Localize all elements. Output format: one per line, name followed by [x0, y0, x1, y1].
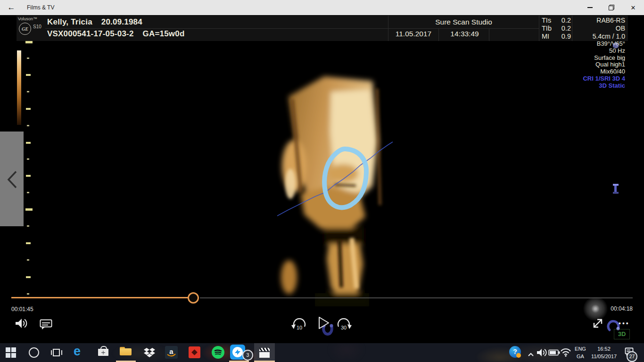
ultrasound-render: [259, 66, 405, 309]
more-options-button[interactable]: •••: [619, 320, 630, 327]
volume-icon: [15, 318, 28, 330]
exam-line: VSX000541-17-05-03-2 GA=15w0d: [47, 29, 185, 39]
tray-battery-button[interactable]: [548, 349, 561, 358]
play-icon: [315, 315, 331, 331]
messenger-badge: 3: [242, 350, 253, 361]
facility-name: Sure Scan Studio: [388, 18, 539, 26]
red-app-icon[interactable]: [189, 346, 200, 358]
tray-volume-button[interactable]: [537, 348, 548, 359]
amazon-icon[interactable]: a: [165, 346, 178, 359]
patient-dob: 20.09.1984: [101, 17, 142, 26]
back-button[interactable]: ←: [2, 0, 21, 15]
seekbar-handle[interactable]: [188, 292, 199, 304]
application-mode: OB: [542, 25, 625, 33]
skip-back-icon: 10: [291, 315, 307, 332]
clock-time: 16:52: [586, 345, 621, 353]
clock[interactable]: 16:52 11/05/2017: [586, 345, 621, 360]
restore-button[interactable]: [601, 0, 622, 15]
patient-line: Kelly, Tricia 20.09.1984: [47, 17, 142, 27]
ibeam-cursor-icon: [612, 184, 619, 194]
exam-time: 14:33:49: [440, 30, 489, 38]
taskbar: e a 3: [0, 343, 644, 362]
dropbox-button[interactable]: [143, 347, 156, 360]
skip-forward-icon: 30: [336, 315, 352, 332]
dropbox-icon: [143, 347, 156, 358]
cube-icon: [611, 41, 620, 50]
app-titlebar: ← Films & TV ✕: [0, 0, 644, 15]
total-duration: 00:04:18: [585, 305, 633, 312]
clock-date: 11/05/2017: [586, 353, 621, 360]
edge-icon[interactable]: e: [74, 344, 81, 359]
films-tv-icon: [259, 348, 270, 351]
start-button[interactable]: [6, 347, 16, 360]
messenger-bolt-icon: [232, 347, 243, 357]
previous-overlay-panel[interactable]: [0, 132, 24, 226]
spotify-icon[interactable]: [212, 346, 224, 359]
depth-frequency: 5.4cm / 1.0: [542, 33, 625, 41]
play-button[interactable]: [315, 315, 331, 333]
seekbar-track[interactable]: [200, 297, 633, 298]
system-model: S10: [33, 24, 41, 29]
gestational-age: GA=15w0d: [143, 29, 185, 38]
minimize-button[interactable]: [579, 0, 601, 15]
help-badge: [516, 353, 521, 358]
chevron-up-icon: [528, 352, 534, 357]
skip-back-button[interactable]: 10: [291, 315, 307, 334]
fullscreen-icon: [591, 317, 604, 330]
task-view-icon: [51, 348, 62, 357]
subtitles-icon: [40, 319, 53, 330]
svg-text:10: 10: [297, 325, 302, 330]
elapsed-time: 00:01:45: [11, 306, 33, 313]
tray-network-button[interactable]: [560, 348, 571, 359]
tray-speaker-icon: [537, 348, 548, 357]
tray-expand-button[interactable]: [528, 350, 534, 359]
skip-forward-button[interactable]: 30: [336, 315, 352, 334]
subtitles-button[interactable]: [40, 319, 53, 332]
voluson-brand: Voluson™: [18, 16, 37, 21]
patient-name: Kelly, Tricia: [47, 17, 92, 26]
render-mode-label: 3D: [614, 329, 630, 339]
restore-icon: [609, 5, 614, 10]
windows-logo-icon: [6, 347, 16, 358]
window-title: Films & TV: [27, 0, 54, 15]
exam-id: VSX000541-17-05-03-2: [47, 29, 134, 38]
exam-date: 11.05.2017: [388, 30, 438, 38]
cortana-button[interactable]: [29, 347, 39, 358]
wifi-icon: [560, 348, 571, 357]
volume-button[interactable]: [15, 318, 28, 332]
probe-name: RAB6-RS: [542, 16, 625, 25]
fullscreen-button[interactable]: [591, 317, 604, 332]
probe-settings: RAB6-RS OB 5.4cm / 1.0: [542, 16, 625, 41]
svg-text:30: 30: [341, 325, 347, 330]
colormap-bar: [17, 50, 21, 125]
battery-icon: [548, 349, 561, 356]
spotify-waves-icon: [212, 346, 224, 359]
notification-count-badge: 27: [627, 351, 637, 362]
chevron-left-icon: [6, 170, 18, 189]
ge-logo-icon: GE: [19, 23, 31, 35]
get-help-button[interactable]: ?: [509, 346, 521, 358]
close-button[interactable]: ✕: [622, 0, 644, 15]
amazon-smile-icon: [166, 354, 177, 358]
seekbar-progress[interactable]: [11, 297, 188, 298]
task-view-button[interactable]: [51, 348, 62, 359]
minimize-icon: [587, 7, 593, 8]
